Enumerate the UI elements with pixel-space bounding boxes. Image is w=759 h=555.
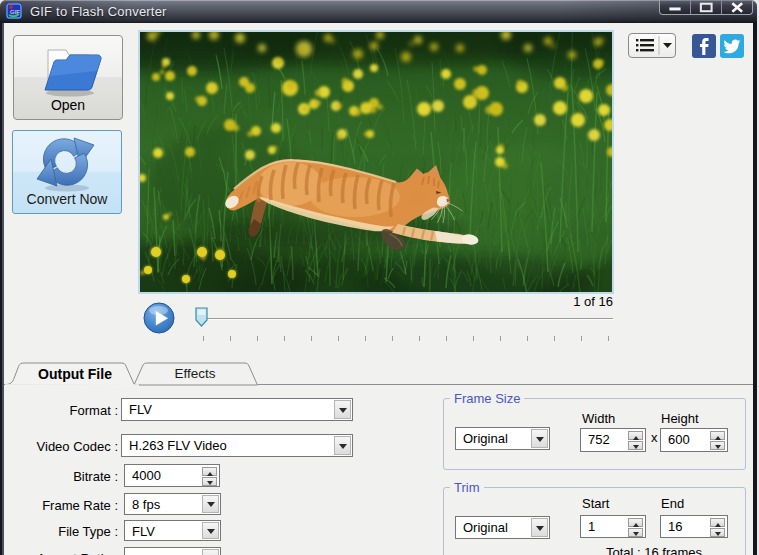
svg-text:Effects: Effects bbox=[174, 366, 215, 381]
svg-text:Output File: Output File bbox=[38, 366, 112, 382]
svg-text:GIF: GIF bbox=[10, 9, 20, 15]
